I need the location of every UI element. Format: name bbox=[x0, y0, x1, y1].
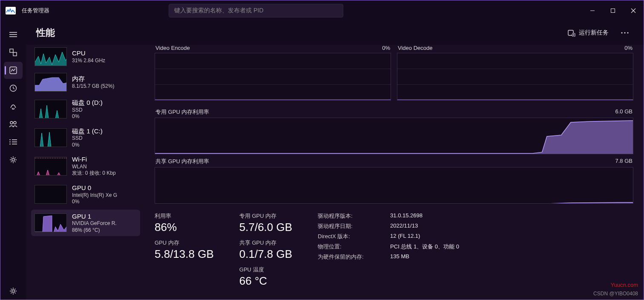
nav-settings[interactable] bbox=[4, 283, 23, 300]
cpu-thumb bbox=[34, 47, 67, 66]
loc-value: PCI 总线 1、设备 0、功能 0 bbox=[390, 243, 459, 251]
driver-date-value: 2022/11/13 bbox=[390, 222, 418, 230]
nav-hamburger[interactable] bbox=[4, 26, 23, 43]
gpu0-thumb bbox=[34, 185, 67, 204]
video-decode-graph bbox=[397, 53, 633, 101]
nav-startup[interactable] bbox=[4, 98, 23, 115]
app-title: 任务管理器 bbox=[22, 7, 49, 14]
sidebar-item-label: Wi-Fi bbox=[72, 155, 116, 164]
dedicated-gpu-mem-graph bbox=[155, 118, 633, 154]
sidebar-item-label: 磁盘 1 (C:) bbox=[72, 127, 103, 136]
more-button[interactable] bbox=[616, 25, 633, 40]
shr-value: 0.1/7.8 GB bbox=[239, 248, 292, 261]
video-encode-graph bbox=[155, 53, 391, 101]
subheader: 性能 运行新任务 bbox=[26, 21, 644, 45]
gpumem-label: GPU 内存 bbox=[155, 239, 214, 247]
run-new-task-button[interactable]: 运行新任务 bbox=[564, 26, 613, 39]
gpu1-thumb bbox=[34, 213, 67, 232]
ded-label: 专用 GPU 内存 bbox=[239, 212, 292, 220]
graph-title: 专用 GPU 内存利用率 bbox=[155, 108, 209, 116]
graph-max: 6.0 GB bbox=[615, 108, 632, 116]
sidebar-item-disk0[interactable]: 磁盘 0 (D:)SSD0% bbox=[31, 96, 140, 123]
stats-block: 利用率86% GPU 内存5.8/13.8 GB 专用 GPU 内存5.7/6.… bbox=[155, 212, 633, 288]
run-task-label: 运行新任务 bbox=[579, 29, 609, 37]
sidebar-item-gpu0[interactable]: GPU 0Intel(R) Iris(R) Xe G0% bbox=[31, 181, 140, 208]
directx-value: 12 (FL 12.1) bbox=[390, 233, 420, 240]
svg-rect-8 bbox=[13, 52, 17, 56]
nav-users[interactable] bbox=[4, 115, 23, 133]
close-button[interactable] bbox=[623, 0, 644, 21]
maximize-button[interactable] bbox=[603, 0, 623, 21]
search-placeholder: 键入要搜索的名称、发布者或 PID bbox=[174, 7, 263, 14]
shr-label: 共享 GPU 内存 bbox=[239, 239, 292, 247]
svg-point-11 bbox=[10, 121, 13, 124]
watermark-yuucn: Yuucn.com bbox=[611, 282, 638, 288]
ded-value: 5.7/6.0 GB bbox=[239, 221, 292, 234]
sidebar-item-cpu[interactable]: CPU31% 2.84 GHz bbox=[31, 45, 140, 69]
gpumem-value: 5.8/13.8 GB bbox=[155, 248, 214, 261]
svg-point-25 bbox=[621, 32, 622, 33]
svg-point-26 bbox=[624, 32, 625, 33]
nav-history[interactable] bbox=[4, 80, 23, 97]
graph-max: 0% bbox=[382, 45, 390, 51]
watermark-csdn: CSDN @YIBO0408 bbox=[593, 291, 638, 297]
sidebar-item-gpu1[interactable]: GPU 1NVIDIA GeForce R.86% (66 °C) bbox=[31, 210, 140, 237]
sidebar-item-label: 磁盘 0 (D:) bbox=[72, 98, 103, 107]
nav-services[interactable] bbox=[4, 151, 23, 168]
search-input[interactable]: 键入要搜索的名称、发布者或 PID bbox=[169, 4, 343, 17]
temp-value: 66 °C bbox=[239, 274, 292, 288]
nav-rail bbox=[0, 21, 26, 300]
sidebar-item-wifi[interactable]: Wi-FiWLAN发送: 0 接收: 0 Kbp bbox=[31, 153, 140, 179]
svg-point-12 bbox=[14, 121, 16, 124]
driver-ver-value: 31.0.15.2698 bbox=[390, 212, 423, 220]
disk0-thumb bbox=[34, 100, 67, 118]
graph-title: Video Decode bbox=[398, 45, 432, 51]
sidebar-item-label: GPU 1 bbox=[72, 212, 117, 221]
sidebar-item-label: CPU bbox=[72, 49, 105, 58]
reserved-value: 135 MB bbox=[390, 253, 409, 261]
driver-date-label: 驱动程序日期: bbox=[318, 222, 377, 230]
graph-max: 7.8 GB bbox=[615, 158, 632, 165]
detail-pane: Video Encode0% Video Decode0% 专用 GPU 内存利… bbox=[142, 45, 644, 300]
disk1-thumb bbox=[34, 128, 67, 147]
memory-thumb bbox=[34, 73, 67, 92]
graph-max: 0% bbox=[624, 45, 632, 51]
wifi-thumb bbox=[34, 157, 67, 176]
util-label: 利用率 bbox=[155, 212, 214, 220]
driver-ver-label: 驱动程序版本: bbox=[318, 212, 377, 220]
graph-title: Video Encode bbox=[155, 45, 190, 51]
nav-performance[interactable] bbox=[4, 62, 23, 79]
titlebar: 任务管理器 键入要搜索的名称、发布者或 PID bbox=[0, 0, 644, 21]
svg-point-27 bbox=[627, 32, 628, 33]
minimize-button[interactable] bbox=[582, 0, 603, 21]
util-value: 86% bbox=[155, 221, 214, 234]
reserved-label: 为硬件保留的内存: bbox=[318, 253, 377, 261]
shared-gpu-mem-graph bbox=[155, 167, 633, 204]
nav-processes[interactable] bbox=[4, 44, 23, 61]
sidebar-item-label: GPU 0 bbox=[72, 184, 117, 192]
nav-details[interactable] bbox=[4, 133, 23, 150]
run-task-icon bbox=[568, 29, 575, 37]
directx-label: DirectX 版本: bbox=[318, 233, 377, 240]
graph-title: 共享 GPU 内存利用率 bbox=[155, 158, 209, 165]
perf-sidebar: CPU31% 2.84 GHz 内存8.1/15.7 GB (52%) 磁盘 0… bbox=[31, 45, 142, 300]
sidebar-item-memory[interactable]: 内存8.1/15.7 GB (52%) bbox=[31, 70, 140, 94]
sidebar-item-label: 内存 bbox=[72, 75, 114, 83]
app-icon bbox=[6, 7, 16, 14]
svg-point-20 bbox=[12, 290, 14, 292]
loc-label: 物理位置: bbox=[318, 243, 377, 251]
svg-point-19 bbox=[12, 159, 14, 161]
temp-label: GPU 温度 bbox=[239, 266, 292, 274]
sidebar-item-disk1[interactable]: 磁盘 1 (C:)SSD0% bbox=[31, 124, 140, 151]
page-title: 性能 bbox=[36, 26, 55, 39]
svg-rect-1 bbox=[611, 9, 615, 13]
svg-rect-7 bbox=[10, 49, 13, 52]
